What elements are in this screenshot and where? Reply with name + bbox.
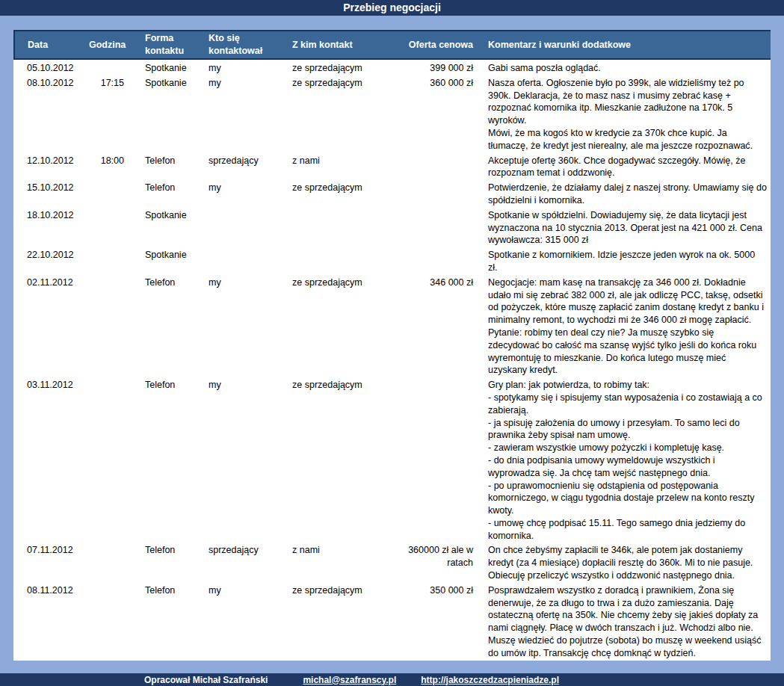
cell-contact-with bbox=[285, 207, 397, 247]
table-row: 02.11.2012Telefonmyze sprzedającym346 00… bbox=[14, 274, 771, 377]
cell-comment: Gry plan: jak potwierdza, to robimy tak:… bbox=[475, 377, 771, 542]
table-row: 03.11.2012Telefonmyze sprzedającymGry pl… bbox=[14, 377, 771, 542]
table-row: 18.10.2012SpotkanieSpotkanie w spółdziel… bbox=[14, 207, 771, 247]
col-header-price-offer: Oferta cenowa bbox=[397, 31, 475, 59]
cell-comment: Spotkanie z komornikiem. Idzie jeszcze j… bbox=[475, 247, 771, 274]
cell-time: 18:00 bbox=[89, 152, 132, 180]
cell-contact-with: ze sprzedającym bbox=[285, 179, 397, 207]
table-row: 15.10.2012Telefonmyze sprzedającymPotwie… bbox=[14, 179, 771, 207]
cell-contact-form: Spotkanie bbox=[132, 207, 201, 247]
table-header-row: Data Godzina Forma kontaktu Kto się kont… bbox=[14, 31, 771, 59]
cell-price-offer: 399 000 zł bbox=[397, 59, 475, 75]
cell-price-offer bbox=[397, 179, 475, 207]
cell-price-offer bbox=[397, 207, 475, 247]
cell-who-contacted bbox=[201, 247, 285, 274]
table-row: 07.11.2012Telefonsprzedającyz nami360000… bbox=[14, 542, 771, 581]
cell-time bbox=[89, 207, 132, 247]
cell-time bbox=[89, 582, 132, 660]
page-title: Przebieg negocjacji bbox=[343, 1, 441, 13]
cell-date: 09.11.2012 bbox=[14, 660, 89, 661]
col-header-time: Godzina bbox=[89, 31, 132, 59]
cell-comment: Nasza oferta. Ogłoszenie było po 399k, a… bbox=[475, 75, 771, 152]
cell-who-contacted: sprzedający bbox=[201, 542, 285, 581]
cell-date: 22.10.2012 bbox=[14, 247, 89, 274]
cell-date: 15.10.2012 bbox=[14, 179, 89, 207]
col-header-comment: Komentarz i warunki dodatkowe bbox=[475, 31, 771, 59]
cell-contact-form: Telefon bbox=[132, 179, 201, 207]
cell-contact-with: z nami bbox=[285, 660, 397, 661]
cell-date: 08.10.2012 bbox=[14, 75, 89, 152]
cell-contact-with: ze sprzedającym bbox=[285, 75, 397, 152]
cell-contact-with: ze sprzedającym bbox=[285, 582, 397, 660]
table-row: 08.11.2012Telefonmyze sprzedającym350 00… bbox=[14, 582, 771, 660]
cell-comment: No udało mi się jeszcze 2000 zł skołować… bbox=[475, 660, 771, 661]
cell-price-offer: 350 000 zł bbox=[397, 582, 475, 660]
cell-contact-with: z nami bbox=[285, 542, 397, 581]
table-row: 09.11.2012Telefonsprzedającyz nami352 00… bbox=[14, 660, 771, 661]
table-row: 08.10.201217:15Spotkaniemyze sprzedający… bbox=[14, 75, 771, 152]
cell-comment: Negocjacje: mam kasę na transakcję za 34… bbox=[475, 274, 771, 377]
cell-time bbox=[89, 274, 132, 377]
cell-contact-form: Spotkanie bbox=[132, 75, 201, 152]
cell-who-contacted: my bbox=[201, 75, 285, 152]
cell-contact-form: Telefon bbox=[132, 377, 201, 542]
table-row: 12.10.201218:00Telefonsprzedającyz namiA… bbox=[14, 152, 771, 180]
cell-contact-with bbox=[285, 247, 397, 274]
cell-date: 08.11.2012 bbox=[14, 582, 89, 660]
cell-time bbox=[89, 179, 132, 207]
cell-contact-form: Telefon bbox=[132, 582, 201, 660]
col-header-date: Data bbox=[14, 31, 89, 59]
cell-time bbox=[89, 377, 132, 542]
cell-contact-with: ze sprzedającym bbox=[285, 59, 397, 75]
cell-comment: Spotkanie w spółdzielni. Dowiadujemy się… bbox=[475, 207, 771, 247]
table-row: 22.10.2012SpotkanieSpotkanie z komorniki… bbox=[14, 247, 771, 274]
cell-price-offer bbox=[397, 247, 475, 274]
page: Przebieg negocjacji Data Godzina Forma k… bbox=[0, 0, 784, 686]
footer-bar: Opracował Michał Szafrański michal@szafr… bbox=[0, 673, 784, 686]
cell-date: 05.10.2012 bbox=[14, 59, 89, 75]
cell-who-contacted bbox=[201, 207, 285, 247]
cell-date: 03.11.2012 bbox=[14, 377, 89, 542]
cell-date: 02.11.2012 bbox=[14, 274, 89, 377]
negotiation-table: Data Godzina Forma kontaktu Kto się kont… bbox=[13, 30, 771, 661]
cell-price-offer bbox=[397, 152, 475, 180]
cell-comment: Gabi sama poszła oglądać. bbox=[475, 59, 771, 75]
cell-time bbox=[89, 247, 132, 274]
footer-website-link[interactable]: http://jakoszczedzacpieniadze.pl bbox=[421, 675, 559, 685]
cell-who-contacted: my bbox=[201, 582, 285, 660]
cell-contact-form: Spotkanie bbox=[132, 59, 201, 75]
cell-date: 18.10.2012 bbox=[14, 207, 89, 247]
cell-comment: Potwierdzenie, że działamy dalej z nasze… bbox=[475, 179, 771, 207]
col-header-contact-with: Z kim kontakt bbox=[285, 31, 397, 59]
cell-contact-form: Telefon bbox=[132, 274, 201, 377]
cell-time bbox=[89, 59, 132, 75]
table-header: Data Godzina Forma kontaktu Kto się kont… bbox=[14, 31, 771, 59]
cell-contact-form: Telefon bbox=[132, 152, 201, 180]
title-bar: Przebieg negocjacji bbox=[0, 0, 784, 16]
cell-comment: Posprawdzałem wszystko z doradcą i prawn… bbox=[475, 582, 771, 660]
cell-who-contacted: sprzedający bbox=[201, 152, 285, 180]
cell-date: 07.11.2012 bbox=[14, 542, 89, 581]
cell-contact-with: ze sprzedającym bbox=[285, 377, 397, 542]
cell-date: 12.10.2012 bbox=[14, 152, 89, 180]
footer-email-link[interactable]: michal@szafranscy.pl bbox=[303, 675, 396, 685]
cell-comment: Akceptuje ofertę 360k. Chce dogadywać sz… bbox=[475, 152, 771, 180]
col-header-contact-form: Forma kontaktu bbox=[132, 31, 201, 59]
cell-who-contacted: my bbox=[201, 274, 285, 377]
cell-time bbox=[89, 542, 132, 581]
cell-contact-form: Spotkanie bbox=[132, 247, 201, 274]
cell-time: 17:15 bbox=[89, 75, 132, 152]
cell-contact-form: Telefon bbox=[132, 542, 201, 581]
cell-time bbox=[89, 660, 132, 661]
cell-price-offer: 346 000 zł bbox=[397, 274, 475, 377]
table-body: 05.10.2012Spotkaniemyze sprzedającym399 … bbox=[14, 59, 771, 661]
cell-who-contacted: my bbox=[201, 377, 285, 542]
table-row: 05.10.2012Spotkaniemyze sprzedającym399 … bbox=[14, 59, 771, 75]
cell-who-contacted: my bbox=[201, 59, 285, 75]
negotiation-table-area: Data Godzina Forma kontaktu Kto się kont… bbox=[13, 30, 771, 661]
cell-price-offer bbox=[397, 377, 475, 542]
cell-price-offer: 360000 zł ale w ratach bbox=[397, 542, 475, 581]
footer-author: Opracował Michał Szafrański bbox=[144, 675, 268, 685]
cell-who-contacted: my bbox=[201, 179, 285, 207]
cell-comment: On chce żebyśmy zapłacili te 346k, ale p… bbox=[475, 542, 771, 581]
